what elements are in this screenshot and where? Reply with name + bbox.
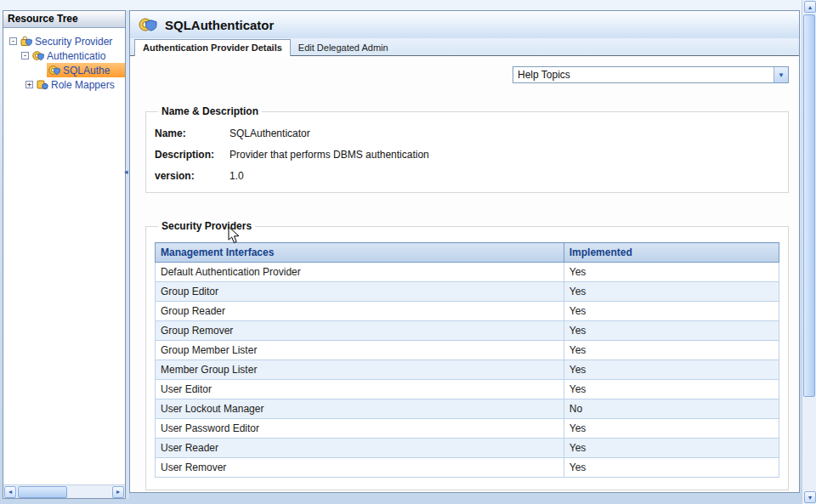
- management-interface-cell: User Remover: [156, 458, 564, 478]
- implemented-cell: Yes: [564, 302, 779, 321]
- dropdown-selected-value: Help Topics: [518, 69, 570, 81]
- expand-toggle-icon[interactable]: +: [26, 81, 33, 88]
- implemented-cell: Yes: [564, 263, 779, 282]
- management-interface-cell: Member Group Lister: [156, 360, 564, 380]
- management-interface-cell: Group Member Lister: [156, 341, 564, 360]
- providers-table-body: Default Authentication ProviderYesGroup …: [156, 263, 779, 478]
- page-header: SQLAuthenticator: [130, 11, 799, 38]
- dropdown-arrow-icon[interactable]: ▼: [774, 67, 788, 82]
- name-value: SQLAuthenticator: [230, 127, 779, 139]
- table-header-row: Management Interfaces Implemented: [156, 243, 779, 263]
- tree-item-sqlauthenticator-selected[interactable]: SQLAuthe: [47, 63, 125, 77]
- scroll-down-icon[interactable]: ▾: [804, 491, 816, 503]
- implemented-cell: Yes: [564, 439, 779, 458]
- tree-item-authentication[interactable]: - Authenticatio: [21, 48, 125, 63]
- tab-content: Help Topics ▼ Name & Description Name: S…: [130, 56, 799, 492]
- table-row: User Password EditorYes: [156, 419, 779, 439]
- description-label: Description:: [155, 149, 230, 161]
- name-label: Name:: [155, 127, 230, 139]
- management-interface-cell: Group Editor: [156, 282, 564, 302]
- table-row: Group Member ListerYes: [156, 341, 779, 360]
- scroll-left-icon[interactable]: ◂: [4, 486, 16, 498]
- role-mappers-icon: [37, 79, 48, 90]
- implemented-cell: Yes: [564, 458, 779, 478]
- management-interfaces-table: Management Interfaces Implemented Defaul…: [155, 242, 779, 478]
- table-row: Member Group ListerYes: [156, 360, 779, 380]
- name-description-fields: Name: SQLAuthenticator Description: Prov…: [155, 127, 779, 182]
- tree-item-label: Role Mappers: [51, 79, 115, 91]
- management-interface-cell: User Password Editor: [156, 419, 564, 439]
- management-interface-cell: User Editor: [156, 380, 564, 399]
- tree-item-security-providers[interactable]: - Security Provider: [9, 34, 125, 48]
- sidebar-horizontal-scrollbar[interactable]: ◂ ▸: [3, 484, 125, 498]
- management-interface-cell: User Lockout Manager: [156, 399, 564, 419]
- tab-authentication-provider-details[interactable]: Authentication Provider Details: [134, 39, 291, 56]
- column-header-implemented: Implemented: [564, 243, 779, 263]
- implemented-cell: Yes: [564, 282, 779, 302]
- tree-item-label: SQLAuthe: [63, 65, 110, 76]
- management-interface-cell: Group Remover: [156, 321, 564, 341]
- management-interface-cell: Group Reader: [156, 302, 564, 321]
- help-topics-row: Help Topics ▼: [144, 66, 789, 83]
- resource-tree: - Security Provider - Authenticatio SQLA…: [3, 28, 125, 92]
- tab-bar: Authentication Provider Details Edit Del…: [130, 38, 799, 56]
- security-provider-icon: [20, 36, 32, 47]
- scroll-right-icon[interactable]: ▸: [112, 486, 124, 498]
- tree-item-label: Security Provider: [35, 36, 112, 48]
- authentication-icon: [32, 50, 44, 61]
- main-panel: SQLAuthenticator Authentication Provider…: [129, 10, 800, 493]
- resource-tree-panel: Resource Tree - Security Provider - Auth…: [3, 10, 126, 499]
- section-legend: Security Providers: [158, 220, 255, 232]
- table-row: User Lockout ManagerNo: [156, 399, 779, 419]
- name-description-section: Name & Description Name: SQLAuthenticato…: [145, 105, 789, 193]
- section-legend: Name & Description: [158, 105, 262, 117]
- description-value: Provider that performs DBMS authenticati…: [230, 149, 779, 161]
- implemented-cell: Yes: [564, 419, 779, 439]
- table-row: User ReaderYes: [156, 439, 779, 458]
- implemented-cell: Yes: [564, 360, 779, 380]
- collapse-toggle-icon[interactable]: -: [9, 37, 17, 45]
- horizontal-scroll-thumb[interactable]: [18, 486, 67, 498]
- tab-edit-delegated-admin[interactable]: Edit Delegated Admin: [291, 40, 396, 55]
- column-header-management-interfaces: Management Interfaces: [156, 243, 564, 263]
- provider-badge-icon: [139, 16, 158, 33]
- implemented-cell: No: [564, 399, 779, 419]
- table-row: Group ReaderYes: [156, 302, 779, 321]
- resource-tree-title: Resource Tree: [3, 11, 125, 28]
- management-interface-cell: Default Authentication Provider: [156, 263, 564, 282]
- table-row: Group EditorYes: [156, 282, 779, 302]
- splitter-collapse-icon[interactable]: ◂: [124, 168, 128, 176]
- version-value: 1.0: [230, 170, 779, 182]
- management-interface-cell: User Reader: [156, 439, 564, 458]
- version-label: version:: [155, 170, 230, 182]
- table-row: Default Authentication ProviderYes: [156, 263, 779, 282]
- security-providers-section: Security Providers Management Interfaces…: [145, 220, 789, 490]
- vertical-scroll-thumb[interactable]: [803, 14, 815, 397]
- table-row: Group RemoverYes: [156, 321, 779, 341]
- table-row: User EditorYes: [156, 380, 779, 399]
- tree-item-role-mappers[interactable]: + Role Mappers: [26, 77, 125, 92]
- collapse-toggle-icon[interactable]: -: [21, 52, 29, 59]
- implemented-cell: Yes: [564, 380, 779, 399]
- implemented-cell: Yes: [564, 341, 779, 360]
- table-row: User RemoverYes: [156, 458, 779, 478]
- implemented-cell: Yes: [564, 321, 779, 341]
- tree-selection-highlight: SQLAuthe: [47, 63, 125, 77]
- help-topics-dropdown[interactable]: Help Topics ▼: [513, 66, 789, 83]
- tree-item-label: Authenticatio: [47, 50, 105, 62]
- main-vertical-scrollbar[interactable]: ▴ ▾: [802, 0, 816, 504]
- page-title: SQLAuthenticator: [165, 18, 274, 32]
- scroll-up-icon[interactable]: ▴: [804, 1, 816, 13]
- sql-authenticator-icon: [48, 65, 60, 76]
